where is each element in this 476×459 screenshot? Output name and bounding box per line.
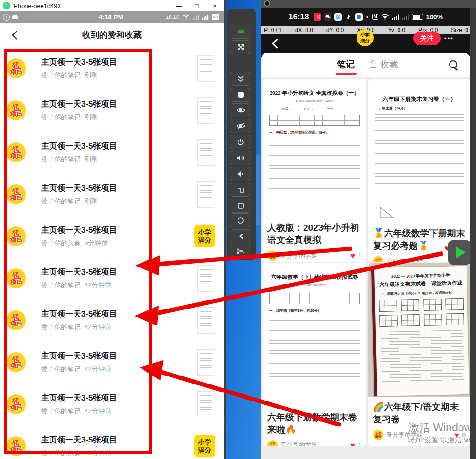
debug-dx: dX: 0.0 [295, 27, 313, 33]
tabs-bar: 笔记 收藏 [261, 53, 470, 77]
like-icon[interactable]: ♥ [350, 252, 355, 260]
sender-avatar[interactable]: 领 项目 [5, 141, 27, 163]
note-thumbnail[interactable]: 小学满分 [197, 55, 215, 82]
author-avatar[interactable]: 小学满分 [373, 430, 383, 440]
list-item[interactable]: 领 项目 主页领一天3-5张项目 赞了你的笔记 刚刚 小学满分 [0, 47, 224, 89]
notification-subtitle: 赞了你的笔记 刚刚 [41, 155, 197, 164]
scissors-icon[interactable] [230, 244, 251, 258]
profile-avatar[interactable]: 小学 满分 [357, 29, 374, 46]
collapse-icon[interactable] [230, 72, 251, 86]
mail-icon [334, 13, 342, 21]
square-shape-icon[interactable] [230, 199, 251, 213]
sender-avatar[interactable]: 领 项目 [5, 99, 27, 121]
author-name[interactable]: 爱分享的学姐 [280, 251, 348, 260]
like-count: 1 [358, 252, 362, 259]
author-avatar[interactable]: 小学满分 [373, 256, 383, 262]
note-thumbnail[interactable]: 小学满分 [197, 349, 215, 376]
like-count: 1 [358, 442, 362, 446]
notification-title: 主页领一天3-5张项目 [41, 392, 197, 403]
note-card[interactable]: 六年级数学（下）毕业检测模拟试卷 （时间：90分钟） 一、填空题（每空1分，共2… [263, 263, 366, 446]
sender-avatar[interactable]: 领 项目 [5, 183, 27, 205]
profile-content-sheet: 笔记 收藏 2022 年小升初语文 全真模拟卷（一） （时间：120分钟 满分：… [261, 53, 470, 459]
list-item[interactable]: 领 项目 主页领一天3-5张项目 赞了你的头像 43分钟前 小学满分 [0, 425, 224, 459]
note-cover: 六年级下册期末复习卷（一） 一、填空题（24分） [368, 79, 470, 224]
sender-avatar[interactable]: 领 项目 [5, 351, 27, 373]
windows-activation-watermark: 激活 Windows [408, 420, 476, 435]
list-item[interactable]: 领 项目 主页领一天3-5张项目 赞了你的头像 5分钟前 小学满分 [0, 215, 224, 257]
note-thumbnail[interactable]: 小学满分 [194, 225, 215, 247]
notification-title: 主页领一天3-5张项目 [41, 57, 197, 67]
note-thumbnail[interactable]: 小学满分 [194, 435, 215, 457]
record-icon[interactable] [230, 88, 251, 102]
back-icon[interactable] [272, 39, 282, 49]
window-titlebar: Phone-bee1d493 — □ × [0, 0, 224, 12]
sender-avatar[interactable]: 领 项目 [5, 435, 27, 457]
back-chevron-icon[interactable] [230, 229, 251, 243]
like-icon[interactable]: ♥ [350, 442, 355, 446]
list-item[interactable]: 领 项目 主页领一天3-5张项目 赞了你的笔记 刚刚 小学满分 [0, 131, 224, 173]
minimize-button[interactable]: — [170, 0, 188, 11]
list-item[interactable]: 领 项目 主页领一天3-5张项目 赞了你的笔记 42分钟前 小学满分 [0, 299, 224, 341]
lock-icon [370, 63, 376, 68]
power-icon[interactable] [230, 135, 251, 149]
note-card[interactable]: 六年级下册期末复习卷（一） 一、填空题（24分） 🏅六年级数学下册期末复习必考题… [368, 79, 470, 262]
close-button[interactable]: × [206, 0, 224, 11]
sender-avatar[interactable]: 领 项目 [5, 309, 27, 331]
notification-title: 主页领一天3-5张项目 [41, 225, 194, 235]
note-thumbnail[interactable]: 小学满分 [197, 139, 215, 166]
list-item[interactable]: 领 项目 主页领一天3-5张项目 赞了你的笔记 42分钟前 小学满分 [0, 383, 224, 425]
worksheet-photo: 2022 — 2023 学年度下学期小学 六年级语文期末试卷—课堂活页作业 一、… [371, 266, 469, 397]
note-thumbnail[interactable]: 小学满分 [197, 265, 215, 292]
follow-button[interactable]: 关注 [413, 32, 441, 45]
sender-avatar[interactable]: 领 项目 [5, 57, 27, 79]
notification-title: 主页领一天3-5张项目 [41, 141, 197, 151]
author-name[interactable]: 爱分享的学姐 [386, 257, 451, 262]
note-cover: 2022 — 2023 学年度下学期小学 六年级语文期末试卷—课堂活页作业 一、… [368, 263, 470, 397]
windows-activation-watermark-sub: 转到“设置”以激活 W [408, 436, 470, 445]
debug-size: Size: 0.0 [451, 27, 473, 33]
notification-subtitle: 赞了你的笔记 42分钟前 [41, 407, 197, 416]
show-eye-icon[interactable] [230, 103, 251, 117]
notification-subtitle: 赞了你的笔记 刚刚 [41, 197, 197, 206]
list-item[interactable]: 领 项目 主页领一天3-5张项目 赞了你的笔记 42分钟前 小学满分 [0, 341, 224, 383]
sender-avatar[interactable]: 领 项目 [5, 225, 27, 247]
volume-up-icon[interactable] [230, 151, 251, 165]
play-icon [456, 247, 466, 258]
active-tab-underline [336, 73, 357, 75]
note-thumbnail[interactable]: 小学满分 [197, 391, 215, 417]
battery-percent: 100% [426, 13, 443, 21]
volume-down-icon[interactable] [230, 167, 251, 181]
maximize-button[interactable]: □ [188, 0, 206, 11]
signal-sim1-icon [193, 14, 199, 20]
note-thumbnail[interactable]: 小学满分 [197, 307, 215, 334]
list-item[interactable]: 领 项目 主页领一天3-5张项目 赞了你的笔记 刚刚 小学满分 [0, 89, 224, 131]
more-options-button[interactable]: ••• [444, 35, 454, 42]
emulator-window-left: Phone-bee1d493 — □ × 1 4:18 PM ±0.1K 52 … [0, 0, 224, 459]
note-title: 人教版：2023年小升初语文全真模拟 [263, 218, 366, 247]
note-thumbnail[interactable]: 小学满分 [197, 97, 215, 124]
hide-eye-icon[interactable] [230, 119, 251, 133]
author-name[interactable]: 爱分享的学姐 [280, 441, 348, 446]
author-avatar[interactable]: 小学满分 [267, 250, 278, 261]
note-card[interactable]: 2022 年小升初语文 全真模拟卷（一） （时间：120分钟 满分：120分） … [263, 79, 366, 262]
tab-notes[interactable]: 笔记 [337, 58, 355, 71]
sender-avatar[interactable]: 领 项目 [5, 393, 27, 415]
author-avatar[interactable]: 小学满分 [267, 440, 278, 446]
circle-shape-icon[interactable] [230, 213, 251, 227]
sender-avatar[interactable]: 领 项目 [5, 267, 27, 289]
battery-icon [412, 14, 423, 20]
tab-collections[interactable]: 收藏 [380, 58, 398, 71]
list-item[interactable]: 领 项目 主页领一天3-5张项目 赞了你的笔记 刚刚 小学满分 [0, 173, 224, 215]
signal-sim2-icon [202, 14, 209, 20]
notification-dot [366, 16, 368, 18]
note-card[interactable]: 2022 — 2023 学年度下学期小学 六年级语文期末试卷—课堂活页作业 一、… [368, 263, 470, 446]
emulator-home-button[interactable] [230, 25, 251, 39]
fullscreen-icon[interactable] [230, 40, 251, 54]
notification-list: 领 项目 主页领一天3-5张项目 赞了你的笔记 刚刚 小学满分 领 项目 主页领… [0, 47, 224, 459]
phone-screen-right: 16:18 书 N 100% P: 0 / 1 dX: 0.0 dY: 0.0 … [261, 0, 476, 459]
search-icon[interactable] [449, 60, 457, 68]
list-item[interactable]: 领 项目 主页领一天3-5张项目 赞了你的笔记 42分钟前 小学满分 [0, 257, 224, 299]
screen-record-play-button[interactable] [448, 240, 471, 265]
note-thumbnail[interactable]: 小学满分 [197, 181, 215, 208]
steps-path-icon[interactable] [230, 183, 251, 197]
